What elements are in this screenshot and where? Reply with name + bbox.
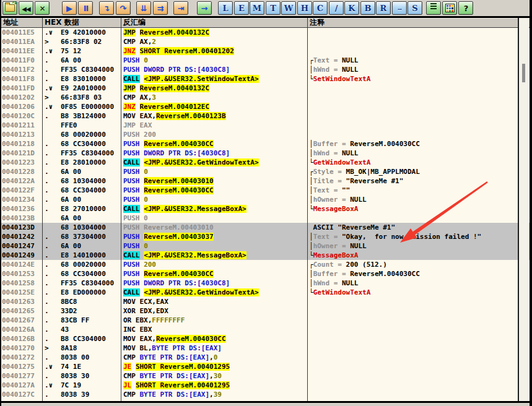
disassembly-cell: JNZ SHORT ReverseM.00401202 [123, 46, 307, 56]
table-row[interactable]: 00401253.68 CC304000PUSH ReverseM.004030… [1, 269, 530, 279]
disassembly-cell: PUSH ReverseM.00403010 [123, 223, 307, 232]
disassembly-cell: PUSH ReverseM.00403037 [123, 232, 307, 241]
table-row[interactable]: 00401249.E8 14010000CALL <JMP.&USER32.Me… [1, 251, 530, 260]
disassembly-cell: PUSH 0 [123, 56, 307, 65]
table-row[interactable]: 0040120C.B8 3B124000MOV EAX,ReverseM.004… [1, 111, 530, 121]
comment-cell [309, 371, 518, 381]
run-trace-button[interactable]: ... [392, 1, 407, 15]
step-into-button[interactable]: ↴ [99, 1, 114, 15]
table-row[interactable]: 004011F0.6A 00PUSH 0┌Text = NULL [1, 56, 530, 65]
column-header-hex[interactable]: HEX 数据 [43, 18, 123, 27]
table-row[interactable]: 0040122A.68 10304000PUSH ReverseM.004030… [1, 176, 530, 186]
table-row[interactable]: 004011F2.FF35 C8304000PUSH DWORD PTR DS:… [1, 65, 530, 74]
call-stack-button[interactable]: K [344, 1, 359, 15]
handles-button[interactable]: H [297, 1, 312, 15]
table-row[interactable]: 00401234.6A 00PUSH 0│hOwner = NULL [1, 195, 530, 204]
step-over-button[interactable]: ↷ [116, 1, 131, 15]
table-row[interactable]: 004011EA>66:83F8 02CMP AX,2 [1, 37, 530, 46]
disassembly-cell: CMP AX,3 [123, 93, 307, 102]
appearance-button[interactable] [442, 1, 457, 15]
comment-cell [309, 46, 518, 56]
comment-cell [309, 316, 518, 325]
table-row[interactable]: 004011EE.∨75 12JNZ SHORT ReverseM.004012… [1, 46, 530, 56]
table-row[interactable]: 00401228.6A 00PUSH 0┌Style = MB_OK|MB_AP… [1, 167, 530, 176]
table-row[interactable]: 0040122F.68 CC304000PUSH ReverseM.004030… [1, 186, 530, 195]
table-row[interactable]: 0040126A.43INC EBX [1, 325, 530, 334]
patches-button[interactable]: / [329, 1, 344, 15]
table-row[interactable]: 0040123D68 10304000PUSH ReverseM.0040301… [1, 223, 530, 232]
table-row[interactable]: 0040125E.E8 ED000000CALL <JMP.&USER32.Ge… [1, 288, 530, 297]
address-cell: 004011F8 [2, 74, 35, 84]
hex-bytes-cell: 8038 39 [61, 390, 122, 399]
open-file-button[interactable] [2, 1, 17, 15]
table-row[interactable]: 00401206.∨0F85 E0000000JNZ ReverseM.0040… [1, 102, 530, 111]
table-row[interactable]: 0040121368 00020000PUSH 200 [1, 130, 530, 139]
address-cell: 00401213 [2, 130, 35, 139]
address-cell: 00401265 [2, 306, 35, 316]
column-header-address[interactable]: 地址 [1, 18, 44, 27]
comment-cell: └GetWindowTextA [309, 158, 518, 167]
vertical-scrollbar[interactable] [519, 18, 529, 401]
windows-button[interactable]: W [281, 1, 296, 15]
go-to-button[interactable]: → [197, 1, 212, 15]
table-row[interactable]: 00401267.83CB FFOR EBX,FFFFFFFF [1, 316, 530, 325]
close-button[interactable]: ✕ [35, 1, 50, 15]
table-row[interactable]: 0040127A.∨7C 19JL SHORT ReverseM.0040129… [1, 381, 530, 390]
executables-button[interactable]: E [234, 1, 249, 15]
help-button[interactable]: ? [458, 1, 473, 15]
disassembly-cell: PUSH ReverseM.004030CC [123, 186, 307, 195]
restart-button[interactable]: ◀◀ [19, 1, 33, 15]
hex-bytes-cell: 83CB FF [61, 316, 122, 325]
scrollbar-thumb[interactable] [522, 64, 525, 82]
memory-button[interactable]: M [250, 1, 264, 15]
address-cell: 0040126A [2, 325, 35, 334]
table-row[interactable]: 0040126B.B8 CC304000MOV EAX,ReverseM.004… [1, 334, 530, 343]
comment-cell: │hWnd = NULL [309, 65, 518, 74]
breakpoints-button[interactable]: B [360, 1, 375, 15]
table-row[interactable]: 00401236.E8 27010000CALL <JMP.&USER32.Me… [1, 204, 530, 214]
address-cell: 00401270 [2, 343, 35, 353]
run-button[interactable]: ▶ [62, 1, 77, 15]
column-header-comment[interactable]: 注释 [308, 18, 531, 27]
table-row[interactable]: 00401265.33D2XOR EDX,EDX [1, 306, 530, 316]
table-row[interactable]: 00401202>66:83F8 03CMP AX,3 [1, 93, 530, 102]
address-cell: 004011E5 [2, 28, 35, 37]
debug-options-button[interactable] [426, 1, 441, 15]
table-row[interactable]: 00401270>8A18MOV BL,BYTE PTR DS:[EAX] [1, 343, 530, 353]
table-row[interactable]: 004011E5.∨E9 42010000JMP ReverseM.004013… [1, 28, 530, 37]
table-row[interactable]: 00401272.8038 00CMP BYTE PTR DS:[EAX],0 [1, 353, 530, 362]
source-button[interactable]: S [408, 1, 422, 15]
animate-into-button[interactable]: ⇊ [136, 1, 151, 15]
letter-label: R [380, 4, 387, 13]
table-row[interactable]: 00401277.8038 30CMP BYTE PTR DS:[EAX],30 [1, 371, 530, 381]
disassembly-cell: PUSH ReverseM.00403010 [123, 176, 307, 186]
comment-cell: ┌Count = 200 (512.) [309, 260, 518, 269]
table-row[interactable]: 00401247.6A 00PUSH 0│hOwner = NULL [1, 241, 530, 251]
table-row[interactable]: 00401263.8BC8MOV ECX,EAX [1, 297, 530, 306]
comment-cell: │Buffer = ReverseM.004030CC [309, 139, 518, 149]
execute-till-return-button[interactable]: ⇥ [173, 1, 188, 15]
table-row[interactable]: 0040121D.FF35 C8304000PUSH DWORD PTR DS:… [1, 149, 530, 158]
pause-button[interactable]: Ⅱ [78, 1, 93, 15]
table-row[interactable]: 00401242.68 37304000PUSH ReverseM.004030… [1, 232, 530, 241]
animate-over-button[interactable]: ⇉ [153, 1, 168, 15]
references-button[interactable]: R [376, 1, 391, 15]
table-row[interactable]: 00401258.FF35 C8304000PUSH DWORD PTR DS:… [1, 279, 530, 288]
comment-cell: │hWnd = NULL [309, 149, 518, 158]
table-row[interactable]: 004011F8.E8 83010000CALL <JMP.&USER32.Se… [1, 74, 530, 84]
table-row[interactable]: 0040123B6A 00PUSH 0 [1, 214, 530, 223]
table-row[interactable]: 00401223.E8 28010000CALL <JMP.&USER32.Ge… [1, 158, 530, 167]
flow-prefix: . [45, 260, 49, 269]
log-button[interactable]: L [218, 1, 233, 15]
address-cell: 0040123B [2, 214, 35, 223]
table-row[interactable]: 0040127C.8038 39CMP BYTE PTR DS:[EAX],39 [1, 390, 530, 399]
table-row[interactable]: 00401275.∨74 1EJE SHORT ReverseM.0040129… [1, 362, 530, 371]
table-row[interactable]: 0040124E.68 00020000PUSH 200┌Count = 200… [1, 260, 530, 269]
table-row[interactable]: 004011FD.∨E9 2A010000JMP ReverseM.004013… [1, 84, 530, 93]
table-row[interactable]: 00401211FFE0JMP EAX [1, 121, 530, 130]
column-header-disasm[interactable]: 反汇编 [121, 18, 310, 27]
disassembly-cell: PUSH 200 [123, 130, 307, 139]
table-row[interactable]: 00401218.68 CC304000PUSH ReverseM.004030… [1, 139, 530, 149]
cpu-button[interactable]: C [313, 1, 328, 15]
threads-button[interactable]: T [266, 1, 281, 15]
